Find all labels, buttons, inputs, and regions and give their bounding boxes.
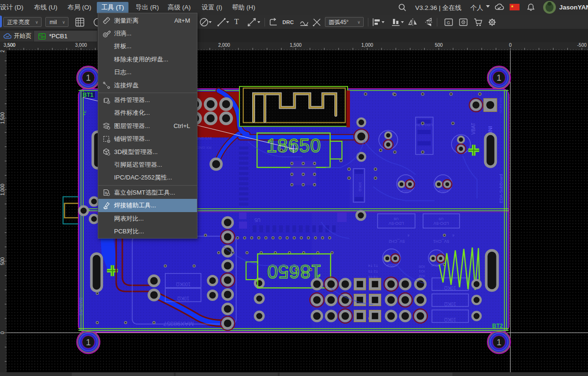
- svg-text:0: 0: [0, 331, 5, 334]
- svg-text:4: 4: [452, 233, 454, 238]
- svg-text:RX GND: RX GND: [196, 145, 211, 150]
- svg-text:SCREW1: SCREW1: [499, 97, 503, 113]
- svg-text:18650: 18650: [267, 261, 322, 282]
- svg-text:5V_CH1: 5V_CH1: [433, 239, 449, 244]
- svg-text:IO2: IO2: [418, 274, 425, 278]
- svg-text:IO0: IO0: [418, 265, 425, 269]
- svg-text:3V3 GND: 3V3 GND: [196, 136, 212, 140]
- svg-text:1: 1: [496, 73, 502, 83]
- svg-text:3,000: 3,000: [75, 43, 87, 48]
- svg-text:+E: +E: [82, 111, 87, 116]
- svg-text:LDO-5V: LDO-5V: [434, 221, 449, 226]
- svg-text:3,500: 3,500: [3, 43, 15, 48]
- svg-text:10KΩ: 10KΩ: [444, 285, 456, 291]
- svg-text:100uF: 100uF: [401, 189, 411, 193]
- svg-text:18650: 18650: [266, 135, 321, 156]
- svg-text:4: 4: [407, 233, 409, 238]
- svg-text:0: 0: [509, 43, 512, 48]
- svg-text:5V_CH2: 5V_CH2: [389, 239, 405, 244]
- svg-text:500: 500: [0, 257, 5, 265]
- svg-text:100KΩ: 100KΩ: [176, 282, 190, 287]
- svg-text:1: 1: [86, 73, 91, 83]
- svg-text:10KΩ: 10KΩ: [358, 182, 362, 191]
- svg-text:1,000: 1,000: [0, 184, 5, 196]
- svg-text:10KΩ: 10KΩ: [444, 301, 456, 307]
- svg-text:BT1: BT1: [83, 92, 94, 98]
- svg-text:10KΩ: 10KΩ: [444, 317, 456, 322]
- svg-text:LDO-5V: LDO-5V: [389, 221, 404, 226]
- svg-text:100uF: 100uF: [386, 263, 397, 267]
- svg-text:BT2: BT2: [492, 323, 503, 329]
- svg-text:U5: U5: [254, 217, 260, 222]
- svg-text:G: G: [447, 20, 450, 25]
- svg-text:1,000: 1,000: [361, 43, 373, 48]
- svg-text:EDA-SubBoard: EDA-SubBoard: [499, 174, 503, 203]
- svg-text:1: 1: [496, 337, 502, 347]
- svg-text:2,000: 2,000: [218, 43, 230, 48]
- svg-text:VBAT: VBAT: [471, 123, 476, 135]
- svg-text:1: 1: [86, 337, 91, 347]
- svg-text:1,500: 1,500: [0, 112, 5, 124]
- svg-text:100uF: 100uF: [438, 189, 449, 193]
- svg-text:T2 T5: T2 T5: [368, 269, 378, 273]
- svg-text:IO1: IO1: [418, 269, 425, 273]
- svg-text:1,500: 1,500: [290, 43, 301, 48]
- svg-text:-500: -500: [577, 43, 587, 48]
- svg-text:500: 500: [435, 43, 443, 48]
- svg-text:T1 T4: T1 T4: [368, 264, 378, 268]
- svg-text:U9: U9: [438, 217, 443, 221]
- svg-text:U8: U8: [393, 217, 399, 221]
- svg-text:MAX98357: MAX98357: [163, 320, 194, 327]
- svg-text:10KΩ: 10KΩ: [177, 296, 189, 301]
- svg-text:B: B: [105, 191, 107, 195]
- svg-text:SCREW2: SCREW2: [78, 297, 83, 316]
